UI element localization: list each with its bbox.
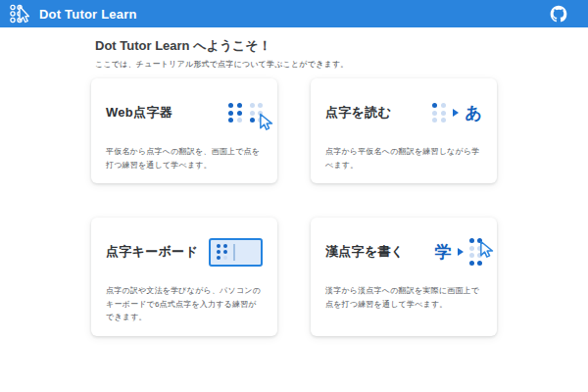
braille-cell — [217, 244, 227, 260]
card-title: 点字を読む — [325, 104, 391, 122]
braille-cell — [432, 103, 446, 122]
kanji-to-kantenji-cursor-icon: 学 — [435, 238, 483, 266]
mouse-cursor-icon — [255, 112, 274, 131]
braille-cell — [228, 103, 242, 122]
text-input-box-icon — [209, 238, 263, 267]
app-title: Dot Tutor Learn — [39, 7, 137, 22]
card-description: 点字から平仮名への翻訳を練習しながら学べます。 — [325, 145, 482, 172]
arrow-right-icon — [453, 109, 459, 117]
card-write-kantenji[interactable]: 漢点字を書く 学 漢字から漢点字への翻訳を実際に画面上で点を打つ練習を通して学べ… — [311, 218, 497, 336]
page-title: Dot Tutor Learn へようこそ！ — [95, 37, 497, 55]
hiragana-char: あ — [466, 105, 482, 122]
braille-input-box-icon — [209, 238, 263, 267]
braille-to-hiragana-icon: あ — [432, 103, 482, 122]
text-caret-icon — [233, 244, 235, 261]
braille-typing-with-cursor-icon — [228, 103, 263, 122]
kanji-char: 学 — [435, 244, 452, 261]
tutorial-card-grid: Web点字器 平仮名から点字への翻訳を、画面上で点を打つ練習を通して学べます。 — [91, 78, 497, 336]
card-description: 点字の訳や文法を学びながら、パソコンのキーボードで6点式点字を入力する練習ができ… — [106, 284, 263, 324]
arrow-right-icon — [458, 248, 464, 256]
page-subtitle: ここでは、チュートリアル形式で点字について学ぶことができます。 — [95, 59, 497, 70]
github-link[interactable] — [549, 4, 568, 24]
card-title: 点字キーボード — [106, 243, 198, 261]
dot-tutor-learn-page: Dot Tutor Learn Dot Tutor Learn へようこそ！ こ… — [0, 0, 588, 392]
card-read-braille[interactable]: 点字を読む あ 点字から平仮名への翻訳を練習しながら学べます。 — [311, 78, 497, 183]
card-description: 漢字から漢点字への翻訳を実際に画面上で点を打つ練習を通して学べます。 — [325, 284, 482, 311]
card-braille-keyboard[interactable]: 点字キーボード 点字の訳や文法を学びながら、パソコンのキーボードで6点式点字を入… — [91, 218, 277, 336]
card-title: Web点字器 — [106, 104, 172, 122]
welcome-section: Dot Tutor Learn へようこそ！ ここでは、チュートリアル形式で点字… — [91, 37, 497, 70]
mouse-cursor-icon — [475, 239, 495, 259]
app-header: Dot Tutor Learn — [0, 0, 588, 27]
app-logo-braille-cursor-icon — [8, 3, 29, 24]
card-web-braille-typer[interactable]: Web点字器 平仮名から点字への翻訳を、画面上で点を打つ練習を通して学べます。 — [91, 78, 277, 183]
card-title: 漢点字を書く — [325, 243, 404, 261]
github-icon — [549, 4, 568, 24]
card-description: 平仮名から点字への翻訳を、画面上で点を打つ練習を通して学べます。 — [106, 145, 263, 172]
